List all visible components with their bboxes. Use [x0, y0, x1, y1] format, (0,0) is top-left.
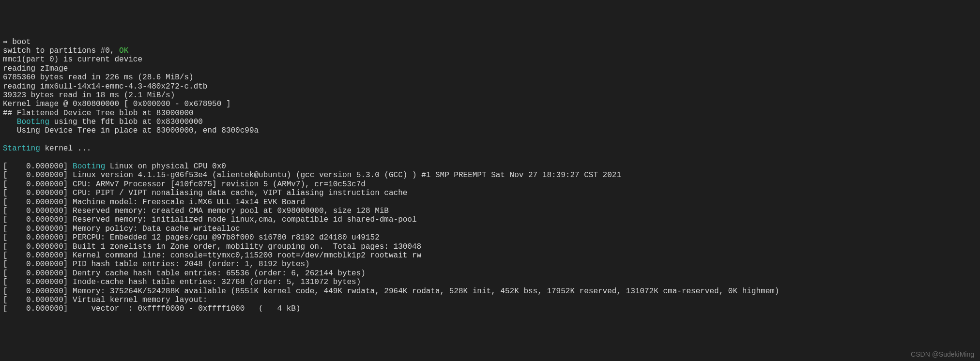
terminal-text: switch to partitions #0, [3, 46, 119, 55]
terminal-text: 6785360 bytes read in 226 ms (28.6 MiB/s… [3, 73, 194, 82]
terminal-text: [ 0.000000] Linux version 4.1.15-g06f53e… [3, 171, 621, 180]
terminal-text: [ 0.000000] Kernel command line: console… [3, 251, 421, 260]
terminal-line [3, 153, 977, 162]
terminal-text: [ 0.000000] PERCPU: Embedded 12 pages/cp… [3, 233, 380, 242]
terminal-text: OK [119, 46, 128, 55]
terminal-text: kernel ... [40, 144, 92, 153]
terminal-line: ⇒ boot [3, 38, 977, 46]
terminal-text: Using Device Tree in place at 83000000, … [3, 126, 259, 135]
terminal-line: Using Device Tree in place at 83000000, … [3, 126, 977, 135]
terminal-line: [ 0.000000] Linux version 4.1.15-g06f53e… [3, 171, 977, 180]
terminal-text: [ 0.000000] Virtual kernel memory layout… [3, 296, 207, 304]
terminal-line: [ 0.000000] Built 1 zonelists in Zone or… [3, 242, 977, 251]
terminal-line: [ 0.000000] Memory policy: Data cache wr… [3, 225, 977, 233]
terminal-text: [ 0.000000] Memory policy: Data cache wr… [3, 225, 240, 233]
terminal-line: switch to partitions #0, OK [3, 46, 977, 55]
terminal-text: Starting [3, 144, 40, 153]
terminal-line: reading imx6ull-14x14-emmc-4.3-480x272-c… [3, 82, 977, 91]
terminal-text: reading zImage [3, 64, 68, 73]
terminal-text: mmc1(part 0) is current device [3, 55, 142, 64]
terminal-text: [ 0.000000] Memory: 375264K/524288K avai… [3, 287, 779, 296]
terminal-line: [ 0.000000] Memory: 375264K/524288K avai… [3, 287, 977, 296]
terminal-text: Linux on physical CPU 0x0 [105, 162, 226, 171]
terminal-text: [ 0.000000] CPU: PIPT / VIPT nonaliasing… [3, 189, 407, 197]
terminal-line: [ 0.000000] vector : 0xffff0000 - 0xffff… [3, 304, 977, 313]
terminal-text: [ 0.000000] PID hash table entries: 2048… [3, 260, 310, 269]
terminal-line [3, 135, 977, 144]
terminal-text: ## Flattened Device Tree blob at 8300000… [3, 109, 194, 118]
terminal-line: [ 0.000000] PID hash table entries: 2048… [3, 260, 977, 269]
terminal-line: 6785360 bytes read in 226 ms (28.6 MiB/s… [3, 73, 977, 82]
terminal-line: reading zImage [3, 64, 977, 73]
terminal-line: [ 0.000000] Machine model: Freescale i.M… [3, 198, 977, 207]
terminal-text: [ 0.000000] Reserved memory: created CMA… [3, 207, 389, 215]
terminal-line: [ 0.000000] Reserved memory: created CMA… [3, 207, 977, 215]
terminal-text: Kernel image @ 0x80800000 [ 0x000000 - 0… [3, 100, 230, 108]
terminal-text: [ 0.000000] Inode-cache hash table entri… [3, 278, 361, 286]
terminal-output[interactable]: ⇒ bootswitch to partitions #0, OKmmc1(pa… [3, 38, 977, 314]
terminal-line: [ 0.000000] CPU: PIPT / VIPT nonaliasing… [3, 189, 977, 197]
terminal-line: [ 0.000000] Booting Linux on physical CP… [3, 162, 977, 171]
terminal-text: 39323 bytes read in 18 ms (2.1 MiB/s) [3, 91, 175, 100]
terminal-text: using the fdt blob at 0x83000000 [49, 118, 203, 126]
terminal-line: [ 0.000000] Reserved memory: initialized… [3, 215, 977, 224]
terminal-text: Booting [17, 118, 49, 126]
terminal-line: Starting kernel ... [3, 144, 977, 153]
terminal-line: 39323 bytes read in 18 ms (2.1 MiB/s) [3, 91, 977, 100]
terminal-line: Kernel image @ 0x80800000 [ 0x000000 - 0… [3, 100, 977, 108]
terminal-line: [ 0.000000] Virtual kernel memory layout… [3, 296, 977, 304]
terminal-text: [ 0.000000] [3, 162, 73, 171]
terminal-text: [ 0.000000] vector : 0xffff0000 - 0xffff… [3, 304, 301, 313]
terminal-text: [ 0.000000] CPU: ARMv7 Processor [410fc0… [3, 180, 366, 189]
terminal-line: [ 0.000000] Kernel command line: console… [3, 251, 977, 260]
terminal-line: ## Flattened Device Tree blob at 8300000… [3, 109, 977, 118]
terminal-line: [ 0.000000] Dentry cache hash table entr… [3, 269, 977, 278]
terminal-text: reading imx6ull-14x14-emmc-4.3-480x272-c… [3, 82, 207, 91]
terminal-text: [ 0.000000] Dentry cache hash table entr… [3, 269, 366, 278]
terminal-text: Booting [73, 162, 105, 171]
watermark: CSDN @SudekiMing [911, 350, 974, 358]
terminal-line: Booting using the fdt blob at 0x83000000 [3, 118, 977, 126]
terminal-line: [ 0.000000] PERCPU: Embedded 12 pages/cp… [3, 233, 977, 242]
terminal-text [3, 118, 17, 126]
terminal-text: [ 0.000000] Built 1 zonelists in Zone or… [3, 242, 421, 251]
terminal-line: mmc1(part 0) is current device [3, 55, 977, 64]
terminal-line: [ 0.000000] Inode-cache hash table entri… [3, 278, 977, 286]
terminal-text: ⇒ boot [3, 38, 31, 46]
terminal-text: [ 0.000000] Reserved memory: initialized… [3, 215, 417, 224]
terminal-text: [ 0.000000] Machine model: Freescale i.M… [3, 198, 305, 207]
terminal-line: [ 0.000000] CPU: ARMv7 Processor [410fc0… [3, 180, 977, 189]
